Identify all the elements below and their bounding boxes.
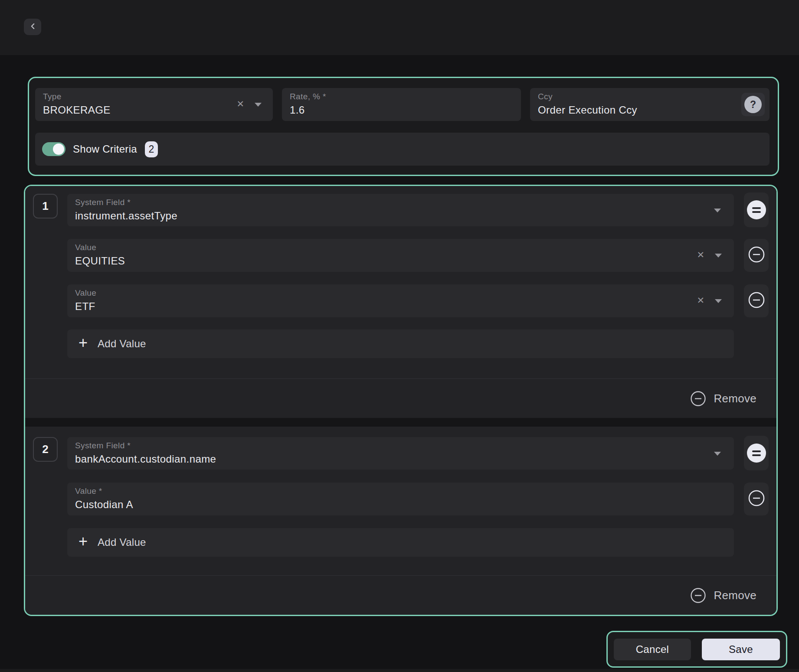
system-field-label: System Field * (75, 198, 131, 207)
type-field[interactable]: Type BROKERAGE ✕ (35, 88, 273, 121)
rate-field-value: 1.6 (290, 104, 305, 116)
equals-circle-icon (747, 200, 766, 219)
add-value-label: Add Value (98, 338, 146, 350)
minus-circle-icon (748, 246, 765, 265)
value-field-value: EQUITIES (75, 255, 125, 267)
value-field-value: Custodian A (75, 499, 133, 511)
criteria-card: 1 System Field * instrument.assetType Va… (24, 185, 778, 616)
show-criteria-panel: Show Criteria 2 (35, 133, 770, 166)
chevron-down-icon[interactable] (714, 209, 721, 212)
value-field[interactable]: Value ETF ✕ (67, 284, 734, 317)
clear-icon[interactable]: ✕ (697, 296, 704, 305)
chevron-down-icon[interactable] (255, 103, 262, 107)
system-field-value: instrument.assetType (75, 210, 177, 222)
system-field[interactable]: System Field * bankAccount.custodian.nam… (67, 437, 734, 470)
back-button[interactable] (24, 19, 41, 35)
type-field-label: Type (43, 92, 62, 101)
add-value-label: Add Value (98, 536, 146, 548)
footer-strip (0, 669, 799, 672)
value-field-label: Value * (75, 486, 102, 496)
criterion-block-2: 2 System Field * bankAccount.custodian.n… (25, 427, 776, 615)
chevron-down-icon[interactable] (715, 254, 722, 258)
cancel-button[interactable]: Cancel (614, 639, 691, 660)
remove-label: Remove (714, 589, 756, 602)
remove-criterion-button[interactable]: Remove (690, 587, 756, 603)
chevron-left-icon (29, 23, 36, 32)
minus-circle-icon (690, 587, 706, 603)
remove-row: Remove (25, 379, 776, 418)
value-field-label: Value (75, 288, 96, 298)
action-bar: Cancel Save (606, 631, 787, 668)
equals-circle-icon (747, 444, 766, 463)
ccy-field[interactable]: Ccy Order Execution Ccy ? (530, 88, 770, 121)
rate-field[interactable]: Rate, % * 1.6 (282, 88, 521, 121)
remove-value-button[interactable] (744, 483, 769, 515)
minus-circle-icon (748, 489, 765, 509)
criterion-options-button[interactable] (744, 192, 769, 227)
criterion-block-1: 1 System Field * instrument.assetType Va… (25, 186, 776, 418)
add-value-button[interactable]: + Add Value (67, 329, 734, 358)
remove-value-button[interactable] (744, 239, 769, 272)
clear-icon[interactable]: ✕ (697, 250, 704, 259)
value-field[interactable]: Value EQUITIES ✕ (67, 239, 734, 272)
chevron-down-icon[interactable] (714, 452, 721, 456)
remove-value-button[interactable] (744, 284, 769, 317)
plus-icon: + (79, 534, 88, 549)
value-field[interactable]: Value * Custodian A (67, 483, 734, 515)
minus-circle-icon (690, 391, 706, 407)
add-value-button[interactable]: + Add Value (67, 528, 734, 557)
remove-row: Remove (25, 576, 776, 615)
criteria-count-badge: 2 (145, 141, 158, 157)
question-mark-icon: ? (744, 96, 762, 113)
ccy-field-label: Ccy (538, 92, 553, 101)
help-button[interactable]: ? (741, 93, 765, 116)
type-field-value: BROKERAGE (43, 104, 111, 116)
minus-circle-icon (748, 291, 765, 310)
remove-criterion-button[interactable]: Remove (690, 391, 756, 407)
system-field-value: bankAccount.custodian.name (75, 453, 216, 465)
ccy-field-value: Order Execution Ccy (538, 104, 637, 116)
remove-label: Remove (714, 392, 756, 405)
clear-icon[interactable]: ✕ (236, 99, 244, 108)
criterion-number: 2 (33, 437, 58, 462)
criterion-number: 1 (33, 194, 58, 219)
rate-field-label: Rate, % * (290, 92, 326, 101)
toggle-knob (53, 144, 64, 155)
value-field-label: Value (75, 243, 96, 252)
app-header (0, 0, 799, 55)
system-field[interactable]: System Field * instrument.assetType (67, 194, 734, 226)
system-field-label: System Field * (75, 441, 131, 450)
save-button[interactable]: Save (702, 639, 780, 660)
value-field-value: ETF (75, 300, 95, 313)
show-criteria-label: Show Criteria (73, 143, 137, 155)
chevron-down-icon[interactable] (715, 299, 722, 303)
fee-card: Type BROKERAGE ✕ Rate, % * 1.6 Ccy Order… (28, 77, 779, 176)
page: Type BROKERAGE ✕ Rate, % * 1.6 Ccy Order… (0, 0, 799, 672)
criterion-options-button[interactable] (744, 436, 769, 470)
plus-icon: + (79, 335, 88, 351)
show-criteria-toggle[interactable] (42, 142, 65, 156)
